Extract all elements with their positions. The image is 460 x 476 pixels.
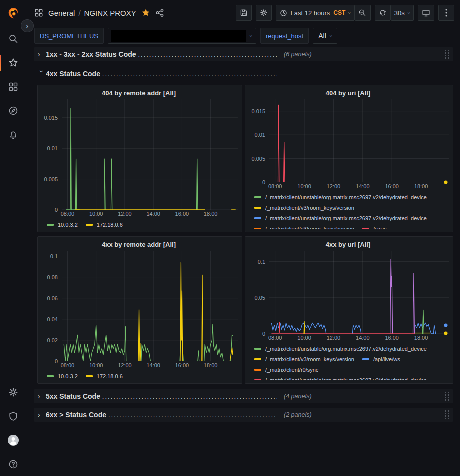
legend-label: 10.0.3.2: [58, 221, 78, 229]
top-navbar: General / NGINX PROXY: [27, 0, 460, 26]
legend-swatch: [47, 224, 54, 226]
row-panel-count: (6 panels): [284, 51, 312, 58]
main-area: General / NGINX PROXY: [27, 0, 460, 476]
time-range-picker[interactable]: Last 12 hours CST ›: [276, 5, 355, 21]
panel-title[interactable]: 404 by uri [All]: [247, 87, 449, 99]
row-title: 5xx Status Code: [46, 392, 102, 400]
breadcrumb-separator: /: [75, 9, 84, 17]
zoom-out-time-button[interactable]: [355, 5, 371, 21]
x-tick-label: 14:00: [356, 335, 370, 341]
row-1xx-3xx-2xx[interactable]: › 1xx - 3xx - 2xx Status Code ..........…: [34, 47, 453, 61]
legend-item[interactable]: /_matrix/client/r0/sync: [254, 366, 318, 374]
legend-swatch: [254, 228, 261, 229]
panel-title[interactable]: 404 by remote addr [All]: [40, 87, 238, 99]
x-axis: 08:0010:0012:0014:0016:0018:00: [40, 210, 238, 218]
legend-swatch: [362, 228, 369, 229]
request-host-variable-select[interactable]: All ›: [313, 28, 337, 44]
chart-plot-area[interactable]: [62, 99, 238, 210]
variable-value-redacted: [111, 30, 246, 42]
legend-item[interactable]: /_matrix/client/v3/room_keys/version: [254, 204, 354, 212]
x-axis: 08:0010:0012:0014:0016:0018:00: [40, 361, 238, 370]
chevron-down-icon: ›: [406, 12, 412, 13]
row-drag-handle-icon[interactable]: [444, 410, 450, 420]
legend-item[interactable]: 172.18.0.6: [86, 221, 123, 229]
sidebar-item-server-admin[interactable]: [0, 404, 27, 428]
y-axis: 00.020.040.060.080.1: [40, 251, 62, 361]
y-tick-label: 0: [55, 358, 58, 364]
sidebar-item-help[interactable]: [0, 452, 27, 476]
sidebar-item-dashboards[interactable]: [0, 75, 27, 99]
chart-plot-area[interactable]: [269, 251, 449, 334]
datasource-variable-label[interactable]: DS_PROMETHEUS: [34, 28, 104, 44]
row-4xx[interactable]: › 4xx Status Code ......................…: [34, 67, 453, 81]
y-tick-label: 0.08: [47, 274, 58, 280]
chart-plot-area[interactable]: [269, 99, 449, 182]
share-icon[interactable]: [155, 8, 164, 17]
row-drag-handle-icon[interactable]: [444, 391, 450, 401]
row-panel-count: (2 panels): [284, 411, 312, 418]
row-title: 6xx > Status Code: [46, 411, 108, 419]
legend-item[interactable]: /_matrix/client/v3/room_keys/version: [254, 355, 354, 363]
datasource-variable-select[interactable]: ›: [108, 28, 256, 44]
dashboards-breadcrumb-icon[interactable]: [34, 8, 43, 17]
refresh-button[interactable]: [375, 5, 391, 21]
favorite-star-icon[interactable]: [141, 8, 150, 17]
panel-legend: /_matrix/client/unstable/org.matrix.msc2…: [247, 191, 449, 229]
row-drag-handle-icon[interactable]: [444, 49, 450, 59]
chevron-down-icon: ›: [328, 35, 334, 36]
panel-title[interactable]: 4xx by uri [All]: [247, 239, 449, 251]
legend-swatch: [86, 375, 93, 377]
topnav-actions: Last 12 hours CST ›: [236, 5, 454, 21]
breadcrumb: General / NGINX PROXY: [48, 9, 136, 17]
sidebar-item-profile[interactable]: [0, 428, 27, 452]
legend-swatch: [86, 224, 93, 226]
x-tick-label: 08:00: [268, 183, 282, 189]
time-range-label: Last 12 hours: [291, 9, 330, 17]
panel-title[interactable]: 4xx by remote addr [All]: [40, 239, 238, 251]
y-tick-label: 0.04: [47, 316, 58, 322]
legend-item[interactable]: 10.0.3.2: [47, 372, 78, 380]
legend-swatch: [254, 358, 261, 360]
y-tick-label: 0.1: [258, 259, 265, 265]
x-tick-label: 12:00: [327, 183, 341, 189]
row-6xx[interactable]: › 6xx > Status Code ....................…: [34, 408, 453, 422]
panel-legend: 10.0.3.2172.18.0.6: [40, 218, 238, 229]
cycle-view-mode-button[interactable]: [418, 5, 434, 21]
legend-item[interactable]: /sw.js: [362, 225, 387, 229]
refresh-icon: [379, 9, 387, 17]
y-tick-label: 0: [262, 331, 265, 337]
legend-label: /sw.js: [373, 225, 387, 229]
breadcrumb-dashboard-title[interactable]: NGINX PROXY: [84, 9, 136, 17]
legend-item[interactable]: /api/live/ws: [362, 355, 400, 363]
legend-item[interactable]: /_matrix/client/unstable/org.matrix.msc2…: [254, 193, 427, 201]
legend-item[interactable]: /_matrix/client/unstable/org.matrix.msc2…: [254, 376, 427, 380]
breadcrumb-folder[interactable]: General: [48, 9, 75, 17]
panel-legend: /_matrix/client/unstable/org.matrix.msc2…: [247, 342, 449, 380]
refresh-interval-picker[interactable]: 30s ›: [391, 5, 414, 21]
sidebar-item-configuration[interactable]: [0, 380, 27, 404]
x-tick-label: 12:00: [118, 211, 132, 217]
request-host-variable-label[interactable]: request_host: [260, 28, 309, 44]
x-tick-label: 16:00: [175, 362, 189, 368]
x-tick-label: 14:00: [146, 362, 160, 368]
row-5xx[interactable]: › 5xx Status Code ......................…: [34, 389, 453, 403]
gear-icon: [260, 9, 268, 17]
y-axis: 00.0050.010.015: [40, 99, 62, 210]
legend-item[interactable]: 172.18.0.6: [86, 372, 123, 380]
legend-item[interactable]: 10.0.3.2: [47, 221, 78, 229]
legend-item[interactable]: /_matrix/client/v3/room_keys/version: [254, 225, 354, 229]
sidebar-item-starred[interactable]: [0, 51, 27, 75]
legend-swatch: [254, 379, 261, 380]
row-dots: ........................................…: [102, 70, 277, 78]
sidebar-expand-button[interactable]: ›: [21, 19, 34, 32]
sidebar-item-alerting[interactable]: [0, 123, 27, 147]
more-options-kebab-button[interactable]: [438, 5, 454, 21]
save-dashboard-button[interactable]: [236, 5, 252, 21]
legend-label: 172.18.0.6: [97, 221, 123, 229]
chart-plot-area[interactable]: [62, 251, 238, 361]
x-tick-label: 16:00: [175, 211, 189, 217]
legend-item[interactable]: /_matrix/client/unstable/org.matrix.msc2…: [254, 345, 427, 353]
sidebar-item-explore[interactable]: [0, 99, 27, 123]
legend-item[interactable]: /_matrix/client/unstable/org.matrix.msc2…: [254, 214, 427, 222]
dashboard-settings-button[interactable]: [256, 5, 272, 21]
